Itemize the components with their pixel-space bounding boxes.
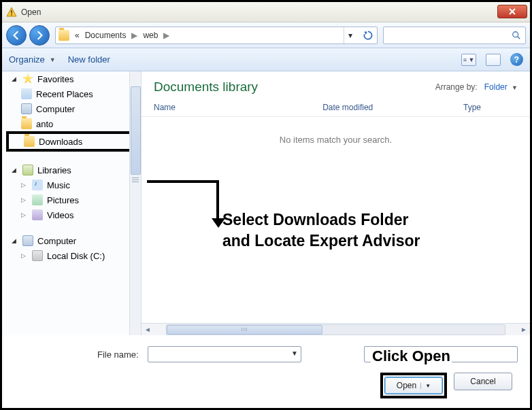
open-button[interactable]: Open ▼ <box>384 377 443 394</box>
new-folder-button[interactable]: New folder <box>68 54 110 65</box>
videos-label: Videos <box>47 210 74 220</box>
annotation-text: Select Downloads Folder and Locate Exper… <box>222 209 420 252</box>
sidebar-scrollbar[interactable] <box>129 71 141 335</box>
column-name[interactable]: Name <box>154 103 322 112</box>
local-disk-label: Local Disk (C:) <box>47 251 105 261</box>
titlebar: Open <box>2 2 530 22</box>
filename-label: File name: <box>97 349 139 360</box>
svg-marker-3 <box>364 31 367 35</box>
column-date-modified[interactable]: Date modified <box>322 103 463 112</box>
horizontal-scrollbar[interactable]: ◄ ► <box>142 323 530 335</box>
recent-label: Recent Places <box>36 89 93 99</box>
search-icon <box>512 31 521 40</box>
view-options-button[interactable]: ≡ ▼ <box>461 54 476 66</box>
sidebar-item-videos[interactable]: ▷ Videos <box>2 207 141 222</box>
pictures-label: Pictures <box>47 195 79 205</box>
computer-fav-label: Computer <box>36 104 75 114</box>
sidebar-libraries[interactable]: ◢ Libraries <box>2 163 141 177</box>
dialog-buttons: Open ▼ Cancel <box>380 373 512 398</box>
arrange-value: Folder <box>484 82 508 92</box>
filename-input[interactable]: ▼ <box>148 346 301 362</box>
scrollbar-thumb[interactable] <box>131 86 141 175</box>
chevron-down-icon[interactable]: ▼ <box>420 383 431 389</box>
sidebar-computer[interactable]: ◢ Computer <box>2 233 141 248</box>
navigation-pane: ◢ Favorites Recent Places Computer anto … <box>2 71 141 335</box>
sidebar-item-pictures[interactable]: ▷ Pictures <box>2 192 141 207</box>
downloads-label: Downloads <box>39 137 82 147</box>
breadcrumb-caret-end[interactable]: ▶ <box>163 31 169 40</box>
breadcrumb-documents[interactable]: Documents <box>82 31 129 40</box>
warning-icon <box>6 7 17 18</box>
folder-icon <box>24 136 35 147</box>
search-input[interactable] <box>383 27 526 44</box>
dialog-body: ◢ Favorites Recent Places Computer anto … <box>2 71 530 335</box>
preview-pane-button[interactable] <box>486 54 501 66</box>
annotation-line <box>216 180 219 222</box>
sidebar-item-recent-places[interactable]: Recent Places <box>2 86 141 101</box>
annotation-click-open: Click Open <box>371 347 452 365</box>
breadcrumb-prefix: « <box>72 31 82 40</box>
empty-message: No items match your search. <box>142 117 530 152</box>
open-dialog-window: Open « Documents ▶ web ▶ ▾ <box>2 2 530 335</box>
toolbar: Organize▼ New folder ≡ ▼ ? <box>2 48 530 71</box>
music-icon <box>32 180 43 190</box>
libraries-label: Libraries <box>37 165 71 175</box>
recent-places-icon <box>21 88 32 99</box>
organize-menu[interactable]: Organize▼ <box>9 54 56 65</box>
sidebar-item-local-disk[interactable]: ▷ Local Disk (C:) <box>2 248 141 263</box>
svg-point-4 <box>513 31 518 37</box>
window-title: Open <box>21 7 41 17</box>
videos-icon <box>32 209 43 220</box>
sidebar-resize-grip[interactable] <box>129 173 141 187</box>
breadcrumb[interactable]: « Documents ▶ web ▶ ▾ <box>55 27 378 44</box>
column-type[interactable]: Type <box>463 103 518 112</box>
arrange-by[interactable]: Arrange by: Folder ▼ <box>435 82 518 92</box>
back-button[interactable] <box>6 25 27 46</box>
svg-rect-2 <box>11 14 12 16</box>
scroll-right-arrow[interactable]: ► <box>518 326 530 333</box>
sidebar-item-downloads[interactable]: Downloads <box>9 134 138 149</box>
computer-icon <box>21 103 32 114</box>
downloads-highlight-annotation: Downloads <box>6 131 141 152</box>
chevron-down-icon[interactable]: ▼ <box>291 349 298 357</box>
star-icon <box>22 73 33 84</box>
sidebar-favorites[interactable]: ◢ Favorites <box>2 71 141 86</box>
arrange-label: Arrange by: <box>435 82 478 92</box>
pictures-icon <box>32 194 43 205</box>
sidebar-item-music[interactable]: ▷ Music <box>2 177 141 192</box>
breadcrumb-web[interactable]: web <box>140 31 161 40</box>
computer-icon <box>22 235 33 246</box>
column-headers[interactable]: Name Date modified Type <box>142 99 530 117</box>
folder-icon <box>21 118 32 129</box>
breadcrumb-dropdown[interactable]: ▾ <box>344 27 356 44</box>
breadcrumb-caret[interactable]: ▶ <box>131 31 137 40</box>
help-icon[interactable]: ? <box>510 53 523 66</box>
svg-line-5 <box>518 36 520 39</box>
libraries-icon <box>22 165 33 175</box>
close-button[interactable] <box>497 5 527 18</box>
refresh-icon[interactable] <box>362 29 374 41</box>
favorites-label: Favorites <box>37 74 73 84</box>
file-list-pane: Documents library Arrange by: Folder ▼ N… <box>141 71 530 335</box>
disk-icon <box>32 250 43 261</box>
scrollbar-track[interactable] <box>166 324 505 335</box>
folder-icon <box>59 30 69 41</box>
library-title: Documents library <box>154 80 258 95</box>
computer-label: Computer <box>37 236 76 246</box>
svg-rect-1 <box>11 10 12 14</box>
music-label: Music <box>47 180 70 190</box>
scroll-left-arrow[interactable]: ◄ <box>142 326 154 333</box>
navigation-bar: « Documents ▶ web ▶ ▾ <box>2 22 530 48</box>
annotation-line <box>147 180 219 183</box>
cancel-button[interactable]: Cancel <box>454 373 512 390</box>
sidebar-item-computer-fav[interactable]: Computer <box>2 101 141 116</box>
forward-button[interactable] <box>29 25 50 46</box>
scrollbar-thumb[interactable] <box>167 325 322 335</box>
sidebar-item-anto[interactable]: anto <box>2 116 141 131</box>
open-button-highlight-annotation: Open ▼ <box>380 373 447 398</box>
anto-label: anto <box>36 119 53 129</box>
